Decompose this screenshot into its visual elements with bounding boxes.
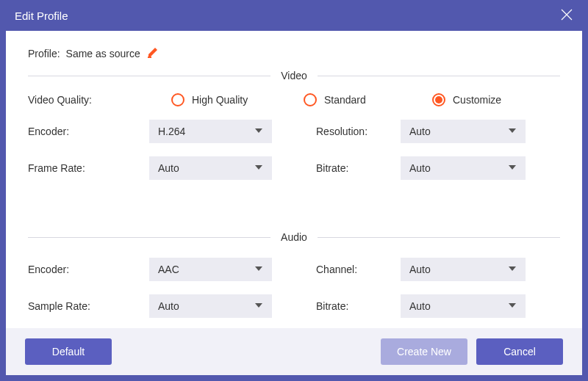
video-fields-grid: Encoder: H.264 Resolution: Auto Frame Ra… xyxy=(28,120,560,180)
video-resolution-dropdown[interactable]: Auto xyxy=(401,120,526,143)
audio-section: Encoder: AAC Channel: Auto Sample Rate: … xyxy=(6,247,582,318)
content-panel: Profile: Same as source Video Video Qual… xyxy=(6,31,582,375)
radio-high-quality[interactable]: High Quality xyxy=(171,93,304,106)
audio-bitrate-dropdown[interactable]: Auto xyxy=(401,294,526,318)
dropdown-value: Auto xyxy=(409,264,431,275)
divider-line xyxy=(28,76,270,76)
audio-encoder-dropdown[interactable]: AAC xyxy=(149,258,272,281)
section-gap xyxy=(6,180,582,227)
field-label: Encoder: xyxy=(28,264,149,275)
chevron-down-icon xyxy=(254,126,263,137)
chevron-down-icon xyxy=(254,300,263,312)
video-resolution-field: Resolution: Auto xyxy=(316,120,560,143)
chevron-down-icon xyxy=(508,300,517,312)
window-title: Edit Profile xyxy=(15,10,68,22)
field-label: Encoder: xyxy=(28,126,149,137)
chevron-down-icon xyxy=(254,162,263,174)
field-label: Resolution: xyxy=(316,126,401,137)
field-label: Bitrate: xyxy=(316,162,401,174)
cancel-button[interactable]: Cancel xyxy=(476,338,563,365)
divider-line xyxy=(318,237,560,238)
profile-label: Profile: xyxy=(28,48,60,59)
field-label: Bitrate: xyxy=(316,300,401,312)
video-framerate-dropdown[interactable]: Auto xyxy=(149,156,272,180)
video-encoder-field: Encoder: H.264 xyxy=(28,120,272,143)
audio-channel-dropdown[interactable]: Auto xyxy=(401,258,526,281)
radio-label: Customize xyxy=(453,94,501,106)
field-label: Channel: xyxy=(316,264,401,275)
chevron-down-icon xyxy=(508,264,517,275)
video-bitrate-field: Bitrate: Auto xyxy=(316,156,560,180)
audio-samplerate-field: Sample Rate: Auto xyxy=(28,294,272,318)
video-quality-label: Video Quality: xyxy=(28,94,149,106)
radio-icon xyxy=(432,93,445,106)
divider-line xyxy=(28,237,270,238)
chevron-down-icon xyxy=(254,264,263,275)
create-new-button[interactable]: Create New xyxy=(381,338,467,365)
radio-icon xyxy=(304,93,317,106)
divider-line xyxy=(318,76,560,76)
profile-value: Same as source xyxy=(66,48,140,59)
video-encoder-dropdown[interactable]: H.264 xyxy=(149,120,272,143)
dropdown-value: Auto xyxy=(409,162,431,174)
radio-dot-icon xyxy=(435,96,442,104)
audio-encoder-field: Encoder: AAC xyxy=(28,258,272,281)
dropdown-value: Auto xyxy=(409,300,431,312)
video-divider: Video xyxy=(28,70,560,81)
radio-icon xyxy=(171,93,184,106)
field-label: Sample Rate: xyxy=(28,300,149,312)
video-quality-radio-group: High Quality Standard Customize xyxy=(171,93,560,106)
dropdown-value: Auto xyxy=(158,300,179,312)
profile-row: Profile: Same as source xyxy=(6,31,582,65)
dropdown-value: Auto xyxy=(158,162,179,174)
audio-section-title: Audio xyxy=(270,231,318,243)
dropdown-value: Auto xyxy=(409,126,431,137)
audio-channel-field: Channel: Auto xyxy=(316,258,560,281)
audio-bitrate-field: Bitrate: Auto xyxy=(316,294,560,318)
close-icon[interactable] xyxy=(560,8,573,23)
title-bar: Edit Profile xyxy=(0,0,588,31)
chevron-down-icon xyxy=(508,126,517,137)
video-bitrate-dropdown[interactable]: Auto xyxy=(401,156,526,180)
radio-standard[interactable]: Standard xyxy=(304,93,432,106)
dropdown-value: AAC xyxy=(158,264,179,275)
footer-bar: Default Create New Cancel xyxy=(6,328,582,375)
radio-label: Standard xyxy=(324,94,366,106)
edit-icon[interactable] xyxy=(146,46,159,61)
radio-label: High Quality xyxy=(192,94,248,106)
dropdown-value: H.264 xyxy=(158,126,185,137)
chevron-down-icon xyxy=(508,162,517,174)
field-label: Frame Rate: xyxy=(28,162,149,174)
video-section-title: Video xyxy=(270,70,318,81)
radio-customize[interactable]: Customize xyxy=(432,93,542,106)
audio-samplerate-dropdown[interactable]: Auto xyxy=(149,294,272,318)
video-quality-row: Video Quality: High Quality Standard Cus… xyxy=(28,93,560,106)
video-section: Video Quality: High Quality Standard Cus… xyxy=(6,86,582,180)
audio-fields-grid: Encoder: AAC Channel: Auto Sample Rate: … xyxy=(28,258,560,318)
video-framerate-field: Frame Rate: Auto xyxy=(28,156,272,180)
audio-divider: Audio xyxy=(28,231,560,243)
default-button[interactable]: Default xyxy=(25,338,112,365)
